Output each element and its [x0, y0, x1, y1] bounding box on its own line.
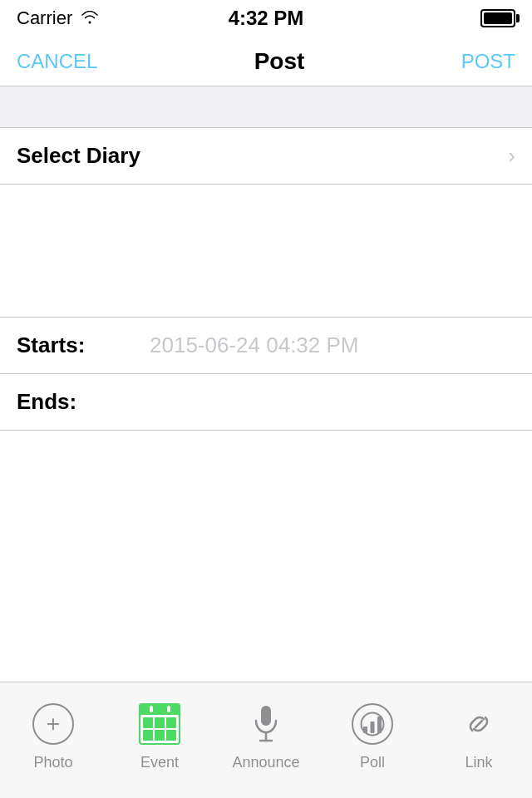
select-diary-label: Select Diary: [17, 143, 140, 169]
link-icon: [458, 703, 500, 745]
toolbar-item-poll[interactable]: Poll: [331, 701, 414, 771]
link-icon-wrap: [456, 701, 502, 747]
status-bar: Carrier 4:32 PM: [0, 0, 532, 37]
toolbar-item-announce[interactable]: Announce: [224, 701, 308, 771]
section-spacer: [0, 86, 532, 128]
photo-icon: +: [32, 703, 74, 745]
announce-label: Announce: [232, 754, 299, 771]
post-button[interactable]: POST: [461, 50, 515, 73]
status-time: 4:32 PM: [229, 7, 304, 30]
poll-icon: [352, 703, 393, 745]
svg-rect-0: [261, 706, 271, 726]
toolbar-item-link[interactable]: Link: [437, 701, 520, 771]
announce-icon-wrap: [243, 701, 289, 747]
poll-icon-wrap: [349, 701, 396, 747]
battery-fill: [484, 12, 512, 24]
event-icon-wrap: [136, 701, 183, 747]
starts-row[interactable]: Starts: 2015-06-24 04:32 PM: [0, 318, 532, 374]
nav-bar: CANCEL Post POST: [0, 37, 532, 86]
bottom-toolbar: + Photo Event: [0, 682, 532, 798]
status-left: Carrier: [17, 7, 99, 29]
chevron-right-icon: ›: [508, 143, 515, 169]
battery-icon: [480, 9, 515, 27]
ends-row[interactable]: Ends:: [0, 374, 532, 431]
poll-label: Poll: [360, 754, 385, 771]
photo-label: Photo: [33, 754, 72, 771]
select-diary-row[interactable]: Select Diary ›: [0, 128, 532, 185]
ends-label: Ends:: [17, 389, 133, 415]
event-label: Event: [140, 754, 179, 771]
cancel-button[interactable]: CANCEL: [17, 50, 97, 73]
link-label: Link: [465, 754, 492, 771]
toolbar-item-photo[interactable]: + Photo: [12, 701, 95, 771]
photo-icon-wrap: +: [30, 701, 76, 747]
wifi-icon: [81, 9, 99, 28]
svg-rect-4: [371, 722, 375, 733]
mic-icon: [245, 703, 287, 745]
post-text-input[interactable]: [0, 185, 532, 318]
nav-title: Post: [254, 48, 305, 75]
toolbar-item-event[interactable]: Event: [118, 701, 201, 771]
carrier-text: Carrier: [17, 7, 72, 29]
event-icon: [139, 703, 180, 745]
starts-label: Starts:: [17, 332, 133, 358]
starts-value: 2015-06-24 04:32 PM: [150, 332, 359, 358]
content-area: Select Diary › Starts: 2015-06-24 04:32 …: [0, 128, 532, 431]
